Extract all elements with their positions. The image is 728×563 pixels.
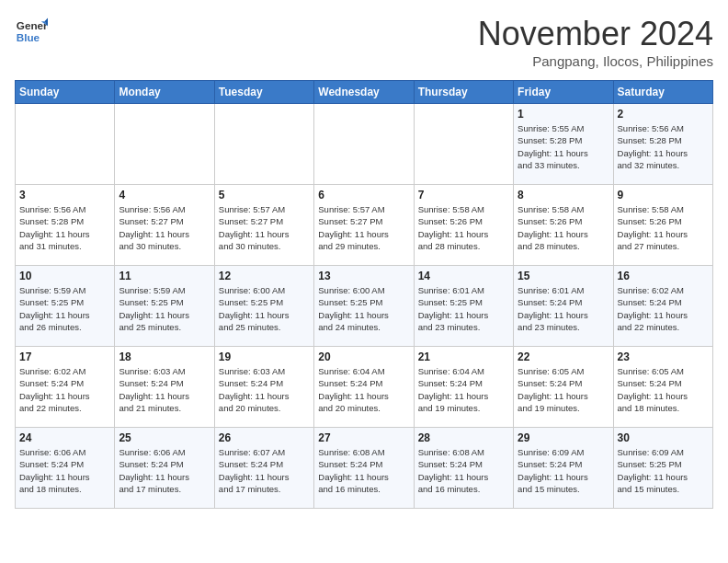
- calendar-week-1: 1Sunrise: 5:55 AM Sunset: 5:28 PM Daylig…: [16, 104, 713, 185]
- calendar-table: SundayMondayTuesdayWednesdayThursdayFrid…: [15, 80, 713, 509]
- title-block: November 2024 Pangpang, Ilocos, Philippi…: [478, 15, 713, 69]
- day-info: Sunrise: 5:58 AM Sunset: 5:26 PM Dayligh…: [618, 203, 709, 252]
- calendar-cell: 4Sunrise: 5:56 AM Sunset: 5:27 PM Daylig…: [115, 185, 214, 266]
- logo: General Blue: [15, 15, 48, 48]
- day-number: 29: [518, 431, 609, 444]
- calendar-cell: 17Sunrise: 6:02 AM Sunset: 5:24 PM Dayli…: [16, 347, 115, 428]
- location-title: Pangpang, Ilocos, Philippines: [478, 53, 713, 69]
- day-info: Sunrise: 5:59 AM Sunset: 5:25 PM Dayligh…: [19, 284, 110, 333]
- day-number: 7: [418, 189, 509, 201]
- calendar-cell: 8Sunrise: 5:58 AM Sunset: 5:26 PM Daylig…: [514, 185, 613, 266]
- day-number: 24: [19, 431, 110, 444]
- calendar-cell: 19Sunrise: 6:03 AM Sunset: 5:24 PM Dayli…: [214, 347, 313, 428]
- day-info: Sunrise: 5:59 AM Sunset: 5:25 PM Dayligh…: [119, 284, 210, 333]
- weekday-header-row: SundayMondayTuesdayWednesdayThursdayFrid…: [16, 81, 713, 104]
- day-number: 1: [518, 108, 609, 121]
- calendar-cell: 21Sunrise: 6:04 AM Sunset: 5:24 PM Dayli…: [414, 347, 513, 428]
- calendar-cell: 15Sunrise: 6:01 AM Sunset: 5:24 PM Dayli…: [514, 266, 613, 347]
- day-info: Sunrise: 6:09 AM Sunset: 5:24 PM Dayligh…: [518, 446, 609, 495]
- day-info: Sunrise: 5:56 AM Sunset: 5:28 PM Dayligh…: [618, 122, 709, 171]
- day-number: 14: [418, 270, 509, 282]
- day-info: Sunrise: 6:06 AM Sunset: 5:24 PM Dayligh…: [119, 446, 210, 495]
- day-info: Sunrise: 6:02 AM Sunset: 5:24 PM Dayligh…: [618, 284, 709, 333]
- calendar-cell: 2Sunrise: 5:56 AM Sunset: 5:28 PM Daylig…: [613, 104, 712, 185]
- day-info: Sunrise: 5:57 AM Sunset: 5:27 PM Dayligh…: [318, 203, 409, 252]
- weekday-header-saturday: Saturday: [613, 81, 712, 104]
- day-number: 10: [19, 270, 110, 282]
- calendar-cell: 9Sunrise: 5:58 AM Sunset: 5:26 PM Daylig…: [613, 185, 712, 266]
- svg-text:Blue: Blue: [17, 31, 40, 43]
- day-number: 17: [19, 350, 110, 363]
- calendar-cell: [16, 104, 115, 185]
- svg-text:General: General: [17, 19, 48, 31]
- day-number: 11: [119, 270, 210, 282]
- calendar-cell: 28Sunrise: 6:08 AM Sunset: 5:24 PM Dayli…: [414, 428, 513, 509]
- calendar-week-2: 3Sunrise: 5:56 AM Sunset: 5:28 PM Daylig…: [16, 185, 713, 266]
- calendar-cell: 25Sunrise: 6:06 AM Sunset: 5:24 PM Dayli…: [115, 428, 214, 509]
- logo-icon: General Blue: [15, 15, 48, 48]
- calendar-body: 1Sunrise: 5:55 AM Sunset: 5:28 PM Daylig…: [16, 104, 713, 509]
- day-number: 27: [318, 431, 409, 444]
- calendar-cell: [214, 104, 313, 185]
- day-number: 15: [518, 270, 609, 282]
- calendar-cell: 16Sunrise: 6:02 AM Sunset: 5:24 PM Dayli…: [613, 266, 712, 347]
- calendar-cell: [414, 104, 513, 185]
- calendar-cell: 12Sunrise: 6:00 AM Sunset: 5:25 PM Dayli…: [214, 266, 313, 347]
- day-number: 16: [618, 270, 709, 282]
- day-number: 23: [618, 350, 709, 363]
- weekday-header-thursday: Thursday: [414, 81, 513, 104]
- calendar-cell: 18Sunrise: 6:03 AM Sunset: 5:24 PM Dayli…: [115, 347, 214, 428]
- calendar-cell: 26Sunrise: 6:07 AM Sunset: 5:24 PM Dayli…: [214, 428, 313, 509]
- day-number: 2: [618, 108, 709, 121]
- day-number: 9: [618, 189, 709, 201]
- calendar-cell: 29Sunrise: 6:09 AM Sunset: 5:24 PM Dayli…: [514, 428, 613, 509]
- page-header: General Blue November 2024 Pangpang, Ilo…: [15, 15, 713, 69]
- day-info: Sunrise: 6:05 AM Sunset: 5:24 PM Dayligh…: [618, 365, 709, 414]
- day-number: 25: [119, 431, 210, 444]
- calendar-cell: 14Sunrise: 6:01 AM Sunset: 5:25 PM Dayli…: [414, 266, 513, 347]
- day-info: Sunrise: 5:58 AM Sunset: 5:26 PM Dayligh…: [518, 203, 609, 252]
- calendar-cell: 13Sunrise: 6:00 AM Sunset: 5:25 PM Dayli…: [314, 266, 414, 347]
- day-number: 8: [518, 189, 609, 201]
- calendar-cell: 22Sunrise: 6:05 AM Sunset: 5:24 PM Dayli…: [514, 347, 613, 428]
- day-number: 18: [119, 350, 210, 363]
- day-number: 6: [318, 189, 409, 201]
- day-number: 12: [219, 270, 310, 282]
- calendar-cell: 24Sunrise: 6:06 AM Sunset: 5:24 PM Dayli…: [16, 428, 115, 509]
- day-info: Sunrise: 6:08 AM Sunset: 5:24 PM Dayligh…: [318, 446, 409, 495]
- day-number: 21: [418, 350, 509, 363]
- calendar-header: SundayMondayTuesdayWednesdayThursdayFrid…: [16, 81, 713, 104]
- day-info: Sunrise: 6:02 AM Sunset: 5:24 PM Dayligh…: [19, 365, 110, 414]
- day-number: 19: [219, 350, 310, 363]
- day-info: Sunrise: 6:05 AM Sunset: 5:24 PM Dayligh…: [518, 365, 609, 414]
- day-info: Sunrise: 6:08 AM Sunset: 5:24 PM Dayligh…: [418, 446, 509, 495]
- day-number: 20: [318, 350, 409, 363]
- day-info: Sunrise: 5:56 AM Sunset: 5:27 PM Dayligh…: [119, 203, 210, 252]
- calendar-cell: 5Sunrise: 5:57 AM Sunset: 5:27 PM Daylig…: [214, 185, 313, 266]
- day-info: Sunrise: 6:06 AM Sunset: 5:24 PM Dayligh…: [19, 446, 110, 495]
- calendar-cell: 1Sunrise: 5:55 AM Sunset: 5:28 PM Daylig…: [514, 104, 613, 185]
- calendar-cell: 30Sunrise: 6:09 AM Sunset: 5:25 PM Dayli…: [613, 428, 712, 509]
- weekday-header-monday: Monday: [115, 81, 214, 104]
- weekday-header-friday: Friday: [514, 81, 613, 104]
- day-number: 30: [618, 431, 709, 444]
- day-info: Sunrise: 6:01 AM Sunset: 5:25 PM Dayligh…: [418, 284, 509, 333]
- day-info: Sunrise: 6:09 AM Sunset: 5:25 PM Dayligh…: [618, 446, 709, 495]
- day-info: Sunrise: 6:00 AM Sunset: 5:25 PM Dayligh…: [318, 284, 409, 333]
- calendar-cell: 6Sunrise: 5:57 AM Sunset: 5:27 PM Daylig…: [314, 185, 414, 266]
- day-info: Sunrise: 5:56 AM Sunset: 5:28 PM Dayligh…: [19, 203, 110, 252]
- day-info: Sunrise: 6:01 AM Sunset: 5:24 PM Dayligh…: [518, 284, 609, 333]
- day-number: 13: [318, 270, 409, 282]
- day-info: Sunrise: 6:03 AM Sunset: 5:24 PM Dayligh…: [119, 365, 210, 414]
- month-title: November 2024: [478, 15, 713, 53]
- day-number: 4: [119, 189, 210, 201]
- weekday-header-wednesday: Wednesday: [314, 81, 414, 104]
- calendar-week-4: 17Sunrise: 6:02 AM Sunset: 5:24 PM Dayli…: [16, 347, 713, 428]
- calendar-cell: 3Sunrise: 5:56 AM Sunset: 5:28 PM Daylig…: [16, 185, 115, 266]
- calendar-cell: 23Sunrise: 6:05 AM Sunset: 5:24 PM Dayli…: [613, 347, 712, 428]
- day-info: Sunrise: 6:04 AM Sunset: 5:24 PM Dayligh…: [318, 365, 409, 414]
- day-info: Sunrise: 6:00 AM Sunset: 5:25 PM Dayligh…: [219, 284, 310, 333]
- day-number: 26: [219, 431, 310, 444]
- day-info: Sunrise: 6:04 AM Sunset: 5:24 PM Dayligh…: [418, 365, 509, 414]
- calendar-cell: 7Sunrise: 5:58 AM Sunset: 5:26 PM Daylig…: [414, 185, 513, 266]
